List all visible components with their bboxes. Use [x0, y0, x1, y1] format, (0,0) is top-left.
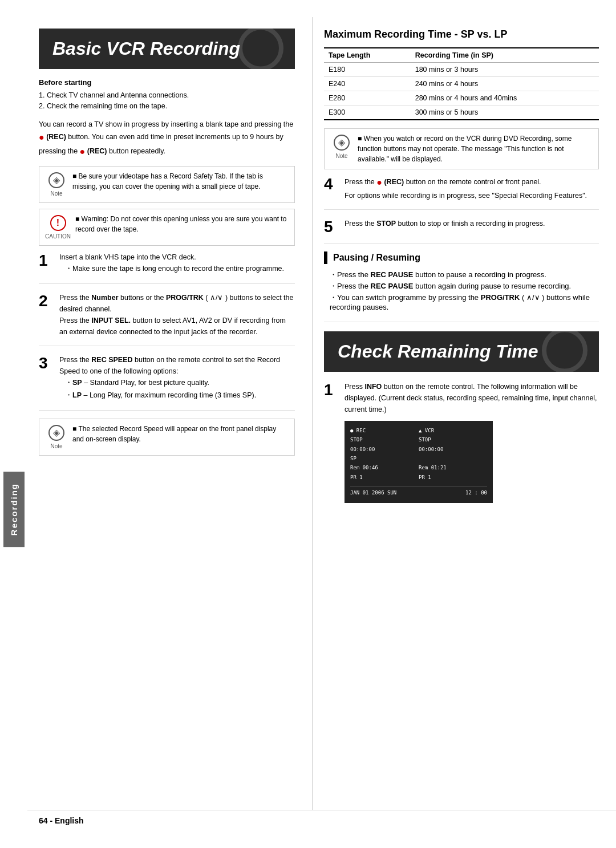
check-step-1: 1 Press INFO button on the remote contro…	[324, 381, 599, 511]
screen-row: STOP	[419, 436, 487, 444]
rec-bullet: ●	[39, 132, 44, 142]
note-box-3: ◈ Note ■ When you watch or record on the…	[324, 128, 599, 169]
note-icon-1: ◈ Note	[45, 171, 68, 198]
screen-inner: ● REC STOP 00:00:00 SP Rem 00:46 PR 1 ▲ …	[350, 427, 487, 482]
note3-content: When you watch or record on the VCR duri…	[358, 135, 572, 163]
screen-row: PR 1	[419, 473, 487, 481]
screen-row: ▲ VCR	[419, 427, 487, 435]
note-label-1: Note	[45, 189, 68, 198]
step4-text: Press the ● (REC) button on the remote c…	[345, 178, 541, 186]
time-e240: 240 mins or 4 hours	[411, 77, 599, 91]
max-recording-section: Maximum Recording Time - SP vs. LP Tape …	[324, 29, 599, 120]
step-3: 3 Press the REC SPEED button on the remo…	[39, 354, 295, 411]
screen-left-col: ● REC STOP 00:00:00 SP Rem 00:46 PR 1	[350, 427, 419, 482]
tape-e280: E280	[324, 91, 411, 106]
note-symbol-3: ◈	[334, 135, 350, 151]
before-starting-section: Before starting 1. Check TV channel and …	[39, 78, 295, 112]
right-column: Maximum Recording Time - SP vs. LP Tape …	[313, 17, 616, 810]
pausing-title-text: Pausing / Resuming	[333, 253, 420, 263]
caution-box-1: ! CAUTION ■ Warning: Do not cover this o…	[39, 209, 295, 246]
tape-e180: E180	[324, 63, 411, 77]
step-content-4: Press the ● (REC) button on the remote c…	[345, 175, 599, 201]
before-starting-step1: 1. Check TV channel and Antenna connecti…	[39, 90, 295, 101]
pausing-bullet2: Press the REC PAUSE button again during …	[330, 281, 599, 291]
check-remaining-title: Check Remaining Time	[338, 342, 585, 362]
screen-row: ● REC	[350, 427, 419, 435]
note-label-3: Note	[330, 152, 353, 160]
table-row: E280 280 mins or 4 hours and 40mins	[324, 91, 599, 106]
screen-row: PR 1	[350, 473, 419, 481]
step5-text: Press the STOP button to stop or finish …	[345, 220, 545, 228]
step1-bullet: Make sure the tape is long enough to rec…	[65, 263, 295, 274]
tape-e300: E300	[324, 106, 411, 120]
step3-text: Press the REC SPEED button on the remote…	[59, 356, 280, 375]
caution-symbol: !	[50, 215, 66, 231]
step-content-2: Press the Number buttons or the PROG/TRK…	[59, 292, 295, 338]
screen-row: 00:00:00	[350, 445, 419, 453]
step3-bullet2: LP – Long Play, for maximum recording ti…	[65, 389, 295, 401]
pausing-bullet3: You can switch programme by pressing the…	[330, 293, 599, 311]
pausing-bullet1: Press the REC PAUSE button to pause a re…	[330, 270, 599, 280]
screen-right-col: ▲ VCR STOP 00:00:00 Rem 01:21 PR 1	[419, 427, 487, 482]
two-columns: Basic VCR Recording Before starting 1. C…	[27, 17, 616, 810]
screen-row: STOP	[350, 436, 419, 444]
step2-text: Press the Number buttons or the PROG/TRK…	[59, 294, 293, 313]
page-bottom: 64 - English	[27, 810, 616, 831]
screen-row: Rem 01:21	[419, 464, 487, 472]
step-content-3: Press the REC SPEED button on the remote…	[59, 354, 295, 402]
screen-footer: JAN 01 2006 SUN 12 : 00	[350, 486, 487, 497]
step-num-3: 3	[39, 354, 59, 371]
caution-icon-1: ! CAUTION	[45, 214, 71, 241]
bar-accent	[324, 251, 327, 264]
note-text-3: ■ When you watch or record on the VCR du…	[353, 133, 593, 164]
note-text-2: ■ The selected Record Speed will appear …	[68, 424, 289, 444]
note-icon-2: ◈ Note	[45, 424, 68, 451]
time-e300: 300 mins or 5 hours	[411, 106, 599, 120]
basic-vcr-title: Basic VCR Recording	[52, 39, 281, 59]
sidebar: Recording	[0, 17, 27, 831]
table-header-row: Tape Length Recording Time (in SP)	[324, 48, 599, 63]
pausing-title: Pausing / Resuming	[324, 251, 599, 264]
check-step-content-1: Press INFO button on the remote control.…	[345, 381, 599, 503]
screen-row: Rem 00:46	[350, 464, 419, 472]
step-num-4: 4	[324, 175, 345, 192]
step3-bullet1: SP – Standard Play, for best picture qua…	[65, 377, 295, 388]
note-icon-3: ◈ Note	[330, 133, 353, 160]
recording-table: Tape Length Recording Time (in SP) E180 …	[324, 47, 599, 120]
check-step-num-1: 1	[324, 381, 345, 398]
tape-e240: E240	[324, 77, 411, 91]
screen-row: 00:00:00	[419, 445, 487, 453]
col-tape-length: Tape Length	[324, 48, 411, 63]
caution-text-1: ■ Warning: Do not cover this opening unl…	[71, 214, 289, 234]
step-1: 1 Insert a blank VHS tape into the VCR d…	[39, 251, 295, 284]
step-content-1: Insert a blank VHS tape into the VCR dec…	[59, 251, 295, 275]
check-step1-text: Press INFO button on the remote control.…	[345, 383, 597, 413]
table-row: E300 300 mins or 5 hours	[324, 106, 599, 120]
note-text-1: ■ Be sure your videotape has a Record Sa…	[68, 171, 289, 192]
pausing-section: Pausing / Resuming Press the REC PAUSE b…	[324, 251, 599, 322]
basic-vcr-banner: Basic VCR Recording	[39, 29, 295, 69]
caution1-content: Warning: Do not cover this opening unles…	[75, 215, 286, 233]
page-number: 64 - English	[39, 816, 84, 825]
page: Recording Basic VCR Recording Before sta…	[0, 0, 616, 848]
before-starting-step2: 2. Check the remaining time on the tape.	[39, 101, 295, 112]
step-content-5: Press the STOP button to stop or finish …	[345, 218, 599, 229]
table-row: E240 240 mins or 4 hours	[324, 77, 599, 91]
step-num-1: 1	[39, 251, 59, 269]
screen-mockup: ● REC STOP 00:00:00 SP Rem 00:46 PR 1 ▲ …	[345, 421, 493, 503]
step-4: 4 Press the ● (REC) button on the remote…	[324, 175, 599, 210]
screen-time: 12 : 00	[465, 489, 487, 497]
screen-row: SP	[350, 455, 419, 462]
time-e180: 180 mins or 3 hours	[411, 63, 599, 77]
step-num-2: 2	[39, 292, 59, 309]
rec-bullet2: ●	[80, 147, 86, 156]
col-recording-time: Recording Time (in SP)	[411, 48, 599, 63]
check-remaining-banner: Check Remaining Time	[324, 331, 599, 372]
before-starting-heading: Before starting	[39, 78, 295, 87]
max-rec-title: Maximum Recording Time - SP vs. LP	[324, 29, 599, 40]
main-content: Basic VCR Recording Before starting 1. C…	[27, 17, 616, 831]
step1-text: Insert a blank VHS tape into the VCR dec…	[59, 253, 196, 261]
note-box-1: ◈ Note ■ Be sure your videotape has a Re…	[39, 166, 295, 203]
note2-content: The selected Record Speed will appear on…	[72, 425, 276, 443]
screen-row	[419, 455, 487, 462]
